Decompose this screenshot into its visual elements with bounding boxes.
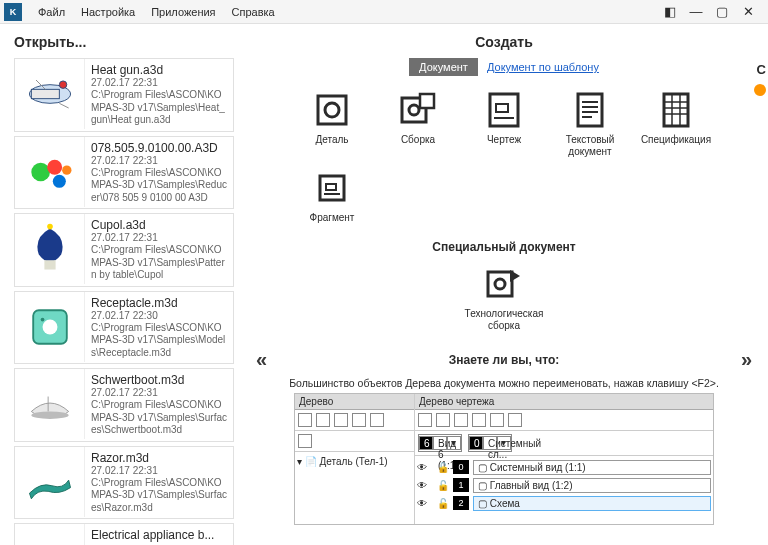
doc-type-icon	[398, 90, 438, 130]
file-path: C:\Program Files\ASCON\KOMPAS-3D v17\Sam…	[91, 167, 227, 205]
tab-template-link[interactable]: Документ по шаблону	[487, 61, 599, 73]
recent-file-item[interactable]: Schwertboot.m3d27.02.17 22:31C:\Program …	[14, 368, 234, 442]
tips-section: « Знаете ли вы, что: » Большинство объек…	[250, 348, 758, 525]
recent-file-item[interactable]: Receptacle.m3d27.02.17 22:30C:\Program F…	[14, 291, 234, 365]
doc-type-label: Фрагмент	[289, 212, 375, 224]
menu-apps[interactable]: Приложения	[143, 3, 223, 21]
recent-file-item[interactable]: 078.505.9.0100.00.A3D27.02.17 22:31C:\Pr…	[14, 136, 234, 210]
minimize-button[interactable]: —	[688, 4, 704, 20]
svg-point-18	[409, 105, 419, 115]
document-type-grid: ДетальСборкаЧертежТекстовый документСпец…	[289, 90, 719, 234]
file-path: C:\Program Files\ASCON\KOMPAS-3D v17\Sam…	[91, 477, 227, 515]
file-thumbnail-icon	[15, 524, 85, 545]
tips-prev-icon[interactable]: «	[256, 348, 267, 371]
visibility-icon: 👁	[417, 462, 433, 473]
view-number: 1	[453, 478, 469, 492]
file-date: 27.02.17 22:30	[91, 310, 227, 321]
svg-rect-15	[318, 96, 346, 124]
file-thumbnail-icon	[15, 369, 85, 439]
file-path: C:\Program Files\ASCON\KOMPAS-3D v17\Sam…	[91, 244, 227, 282]
right-panel-title: Дерево чертежа	[415, 394, 713, 410]
doc-type-label: Деталь	[289, 134, 375, 146]
file-name: Electrical appliance b...	[91, 528, 227, 542]
file-path: C:\Program Files\ASCON\KOMPAS-3D v17\Sam…	[91, 322, 227, 360]
tips-title: Знаете ли вы, что:	[267, 353, 741, 367]
create-section: С Создать Документ Документ по шаблону Д…	[240, 24, 768, 545]
file-date: 27.02.17 22:31	[91, 232, 227, 243]
doc-type-label: Текстовый документ	[547, 134, 633, 158]
file-name: Cupol.a3d	[91, 218, 227, 232]
file-path: C:\Program Files\ASCON\KOMPAS-3D v17\Sam…	[91, 89, 227, 127]
file-name: 078.505.9.0100.00.A3D	[91, 141, 227, 155]
svg-point-2	[59, 81, 66, 88]
view-row[interactable]: 👁🔓1▢ Главный вид (1:2)	[417, 476, 711, 494]
doc-type-icon	[312, 168, 352, 208]
recent-file-item[interactable]: Razor.m3d27.02.17 22:31C:\Program Files\…	[14, 446, 234, 520]
svg-point-16	[325, 103, 339, 117]
file-name: Schwertboot.m3d	[91, 373, 227, 387]
file-thumbnail-icon	[15, 447, 85, 517]
recent-file-item[interactable]: Electrical appliance b...	[14, 523, 234, 545]
view-label: ▢ Схема	[473, 496, 711, 511]
app-icon: K	[4, 3, 22, 21]
svg-point-27	[495, 279, 505, 289]
tab-document[interactable]: Документ	[409, 58, 478, 76]
doc-type-icon	[312, 90, 352, 130]
doc-type-tile[interactable]: Текстовый документ	[547, 90, 633, 158]
file-name: Receptacle.m3d	[91, 296, 227, 310]
tree-node: Деталь (Тел-1)	[320, 456, 388, 467]
tips-text: Большинство объектов Дерева документа мо…	[250, 377, 758, 389]
view-number: 0	[453, 460, 469, 474]
doc-type-tile[interactable]: Спецификация	[633, 90, 719, 158]
view-label: ▢ Системный вид (1:1)	[473, 460, 711, 475]
close-button[interactable]: ✕	[740, 4, 756, 20]
left-panel-toolbar2	[295, 431, 414, 452]
right-panel-toolbar	[415, 410, 713, 431]
svg-rect-26	[488, 272, 512, 296]
svg-rect-25	[326, 184, 336, 190]
special-doc-title: Специальный документ	[250, 240, 758, 254]
doc-type-icon	[656, 90, 696, 130]
doc-type-tile[interactable]: Сборка	[375, 90, 461, 158]
view-row[interactable]: 👁🔓0▢ Системный вид (1:1)	[417, 458, 711, 476]
file-thumbnail-icon	[15, 214, 85, 284]
view-combo[interactable]: 6Вид 6 (1:1)▾	[418, 434, 462, 452]
menu-settings[interactable]: Настройка	[73, 3, 143, 21]
svg-rect-7	[44, 260, 55, 269]
menu-help[interactable]: Справка	[224, 3, 283, 21]
doc-type-tile[interactable]: Чертеж	[461, 90, 547, 158]
maximize-button[interactable]: ▢	[714, 4, 730, 20]
doc-type-tile[interactable]: Деталь	[289, 90, 375, 158]
left-panel-title: Дерево	[295, 394, 414, 410]
menu-file[interactable]: Файл	[30, 3, 73, 21]
svg-rect-22	[578, 94, 602, 126]
recent-file-item[interactable]: Cupol.a3d27.02.17 22:31C:\Program Files\…	[14, 213, 234, 287]
doc-type-label: Технологическая сборка	[461, 308, 547, 332]
view-number: 2	[453, 496, 469, 510]
file-date: 27.02.17 22:31	[91, 387, 227, 398]
tips-next-icon[interactable]: »	[741, 348, 752, 371]
file-path: C:\Program Files\ASCON\KOMPAS-3D v17\Sam…	[91, 399, 227, 437]
svg-point-11	[40, 317, 44, 321]
combo-row: 6Вид 6 (1:1)▾ 0Системный сл...▾	[415, 431, 713, 456]
doc-type-icon	[570, 90, 610, 130]
doc-type-tile[interactable]: Фрагмент	[289, 168, 375, 224]
recent-file-item[interactable]: Heat gun.a3d27.02.17 22:31C:\Program Fil…	[14, 58, 234, 132]
view-row[interactable]: 👁🔓2▢ Схема	[417, 494, 711, 512]
file-thumbnail-icon	[15, 137, 85, 207]
notification-dot-icon[interactable]	[754, 84, 766, 96]
file-name: Heat gun.a3d	[91, 63, 227, 77]
svg-point-12	[31, 411, 68, 418]
doc-type-label: Чертеж	[461, 134, 547, 146]
panel-toggle-icon[interactable]: ◧	[662, 4, 678, 20]
lock-icon: 🔓	[437, 462, 449, 473]
doc-type-tile[interactable]: Технологическая сборка	[461, 264, 547, 332]
special-doc-grid: Технологическая сборка	[289, 264, 719, 342]
svg-rect-19	[420, 94, 434, 108]
doc-type-label: Сборка	[375, 134, 461, 146]
window-controls: ◧ — ▢ ✕	[662, 4, 764, 20]
doc-type-icon	[484, 264, 524, 304]
layer-combo[interactable]: 0Системный сл...▾	[468, 434, 512, 452]
tips-screenshot: Дерево ▾ 📄 Деталь (Тел-1) Дерево чертежа…	[294, 393, 714, 525]
svg-point-4	[47, 159, 62, 174]
